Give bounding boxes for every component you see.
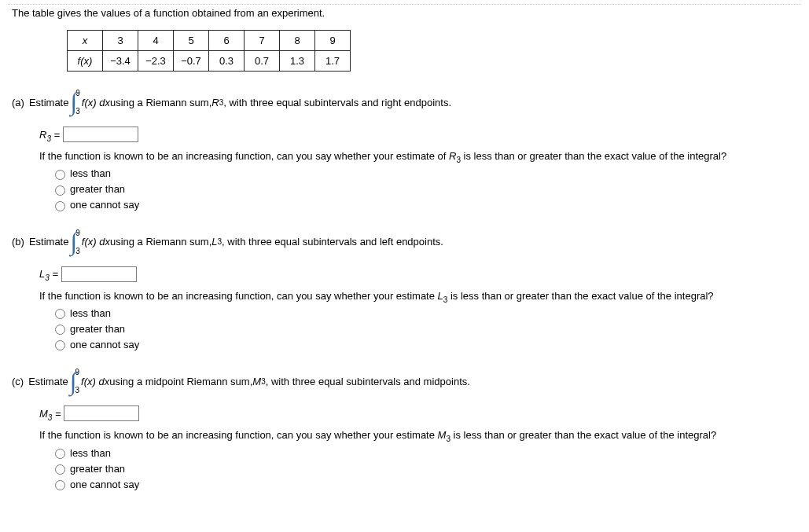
radio-c-cannot[interactable] (55, 480, 65, 490)
option-label: one cannot say (70, 199, 139, 211)
cell: 3 (103, 31, 138, 51)
m3-label: M3 = (39, 408, 64, 420)
integral-icon: ∫ 9 3 (70, 368, 79, 394)
cell: 1.3 (280, 51, 315, 72)
part-a-label: (a) (8, 97, 29, 108)
part-a: (a) Estimate ∫ 9 3 f(x) dx using a Riema… (8, 89, 801, 211)
option-label: less than (70, 167, 111, 179)
option-label: less than (70, 447, 111, 459)
integrand: f(x) dx (82, 236, 110, 248)
table-row: x 3 4 5 6 7 8 9 (68, 31, 351, 51)
cell: −3.4 (103, 51, 138, 72)
cell: 0.3 (209, 51, 245, 72)
option-label: greater than (70, 183, 125, 195)
cell: 8 (280, 31, 315, 51)
estimate-word: Estimate (28, 376, 68, 387)
l3-input[interactable] (61, 266, 137, 282)
r3-label: R3 = (39, 129, 63, 141)
radio-a-less[interactable] (55, 170, 65, 180)
cell: 5 (174, 31, 209, 51)
cell: 4 (138, 31, 174, 51)
integral-icon: ∫ 9 3 (70, 89, 79, 116)
l3-label: L3 = (39, 268, 61, 280)
part-b-label: (b) (8, 236, 29, 248)
followup-b: If the function is known to be an increa… (39, 290, 801, 304)
part-b: (b) Estimate ∫ 9 3 f(x) dx using a Riema… (8, 229, 801, 351)
m3-input[interactable] (64, 405, 139, 421)
radio-a-greater[interactable] (55, 185, 65, 196)
estimate-word: Estimate (29, 97, 69, 108)
cell: −2.3 (138, 51, 174, 72)
cell: 1.7 (315, 51, 351, 72)
integrand: f(x) dx (82, 97, 110, 108)
option-label: one cannot say (70, 479, 139, 490)
radio-c-greater[interactable] (55, 464, 65, 475)
part-c: (c) Estimate ∫ 9 3 f(x) dx using a midpo… (8, 368, 801, 490)
followup-a: If the function is known to be an increa… (39, 150, 801, 164)
radio-b-cannot[interactable] (55, 340, 65, 350)
cell-x-label: x (68, 31, 103, 51)
radio-b-greater[interactable] (55, 325, 65, 335)
function-table: x 3 4 5 6 7 8 9 f(x) −3.4 −2.3 −0.7 0.3 … (67, 30, 351, 72)
followup-c: If the function is known to be an increa… (39, 429, 801, 443)
option-label: less than (70, 307, 111, 319)
integrand: f(x) dx (81, 376, 109, 387)
r3-input[interactable] (63, 127, 138, 142)
cell-fx-label: f(x) (68, 51, 103, 72)
option-label: greater than (70, 323, 125, 335)
cell: 0.7 (245, 51, 280, 72)
cell: −0.7 (174, 51, 209, 72)
option-label: greater than (70, 463, 125, 475)
radio-a-cannot[interactable] (55, 201, 65, 211)
intro-text: The table gives the values of a function… (8, 4, 801, 19)
integral-icon: ∫ 9 3 (70, 229, 79, 255)
radio-b-less[interactable] (55, 309, 65, 319)
cell: 6 (209, 31, 245, 51)
table-row: f(x) −3.4 −2.3 −0.7 0.3 0.7 1.3 1.7 (68, 51, 351, 72)
estimate-word: Estimate (29, 236, 69, 248)
cell: 7 (245, 31, 280, 51)
radio-c-less[interactable] (55, 449, 65, 459)
cell: 9 (315, 31, 351, 51)
part-c-label: (c) (8, 376, 28, 387)
option-label: one cannot say (70, 339, 139, 350)
